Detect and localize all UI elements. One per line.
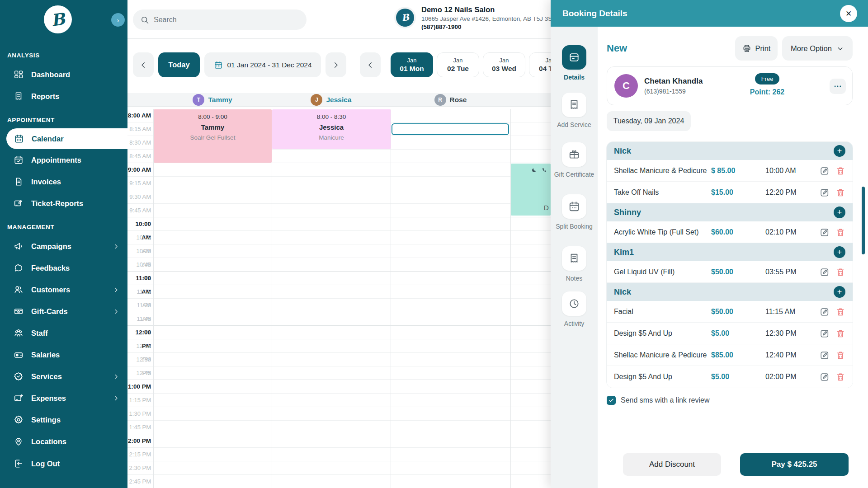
sidebar-item-feedbacks[interactable]: Feedbacks [0, 257, 127, 279]
add-service-to-staff-button[interactable]: + [834, 246, 845, 258]
sidebar-item-appointments[interactable]: Appointments [0, 149, 127, 171]
sidebar-item-gift-cards[interactable]: Gift-Cards [0, 300, 127, 322]
day-tab-jan-01-mon[interactable]: Jan01 Mon [391, 52, 433, 77]
panel-tab-activity[interactable]: Activity [551, 291, 598, 328]
time-slot-row[interactable]: 10:30 AM [127, 244, 551, 258]
time-slot-row[interactable]: 9:30 AM [127, 190, 551, 204]
time-slot-row[interactable]: 11:45 AM [127, 312, 551, 326]
time-slot-row[interactable]: 12:15 PM [127, 339, 551, 353]
edit-service-button[interactable] [820, 166, 830, 176]
sidebar-item-locations[interactable]: Locations [0, 431, 127, 452]
date-range-button[interactable]: 01 Jan 2024 - 31 Dec 2024 [204, 52, 321, 77]
sidebar-item-ticket-reports[interactable]: Ticket-Reports [0, 192, 127, 214]
time-slot-row[interactable]: 2:30 PM [127, 461, 551, 475]
time-slot-row[interactable]: 9:45 AM [127, 204, 551, 217]
sms-review-row[interactable]: Send sms with a link review [607, 396, 853, 405]
calendar-event[interactable]: D [511, 164, 551, 216]
more-option-button[interactable]: More Option [782, 36, 853, 61]
close-panel-button[interactable]: ✕ [840, 5, 857, 22]
selected-time-slot[interactable] [392, 123, 509, 135]
edit-service-button[interactable] [820, 372, 830, 382]
edit-service-button[interactable] [820, 188, 830, 197]
delete-service-button[interactable] [835, 372, 845, 382]
edit-service-button[interactable] [820, 267, 830, 277]
panel-tab-add-service[interactable]: Add Service [551, 93, 598, 129]
sidebar-item-salaries[interactable]: Salaries [0, 344, 127, 366]
customer-more-button[interactable] [830, 79, 846, 94]
time-slot-row[interactable]: 10:45 AM [127, 258, 551, 272]
search-input[interactable] [154, 16, 289, 24]
panel-tab-gift-certificate[interactable]: Gift Certificate [551, 142, 598, 179]
time-slot-row[interactable]: 9:15 AM [127, 177, 551, 190]
sidebar-item-campaigns[interactable]: Campaigns [0, 235, 127, 257]
time-slot-row[interactable]: 10:00 AM [127, 217, 551, 231]
day-tab-jan-02-tue[interactable]: Jan02 Tue [437, 52, 479, 77]
day-tab-jan-03-wed[interactable]: Jan03 Wed [483, 52, 525, 77]
panel-scrollbar[interactable] [862, 187, 865, 254]
service-price: $15.00 [711, 188, 765, 197]
panel-tab-split-booking[interactable]: Split Booking [551, 194, 598, 231]
time-slot-row[interactable]: 11:00 AM [127, 272, 551, 285]
edit-service-button[interactable] [820, 328, 830, 338]
time-slot-row[interactable]: 2:15 PM [127, 448, 551, 461]
next-period-button[interactable] [326, 52, 346, 77]
prev-period-button[interactable] [133, 52, 154, 77]
trash-icon [835, 267, 845, 277]
add-service-to-staff-button[interactable]: + [834, 286, 845, 298]
time-label: 9:45 AM [127, 204, 151, 217]
time-slot-row[interactable]: 12:45 PM [127, 366, 551, 380]
calendar-event[interactable]: 8:00 - 8:30JessicaManicure [272, 109, 391, 149]
sidebar-item-dashboard[interactable]: Dashboard [0, 64, 127, 85]
time-slot-row[interactable]: 12:30 PM [127, 353, 551, 366]
sidebar-item-settings[interactable]: Settings [0, 409, 127, 431]
sidebar-item-reports[interactable]: Reports [0, 85, 127, 107]
staff-column-header-tammy[interactable]: TTammy [153, 93, 272, 107]
pay-button[interactable]: Pay $ 425.25 [740, 453, 849, 476]
sidebar-item-services[interactable]: Services [0, 366, 127, 387]
time-slot-row[interactable]: 1:45 PM [127, 421, 551, 434]
delete-service-button[interactable] [835, 328, 845, 338]
delete-service-button[interactable] [835, 188, 845, 197]
delete-service-button[interactable] [835, 350, 845, 360]
calendar-event[interactable]: 8:00 - 9:00TammySoalr Gel Fullset [154, 109, 272, 163]
staff-column-header-rose[interactable]: RRose [391, 93, 510, 107]
print-button[interactable]: Print [735, 36, 778, 61]
time-slot-row[interactable]: 1:30 PM [127, 407, 551, 421]
delete-service-button[interactable] [835, 166, 845, 176]
add-service-to-staff-button[interactable]: + [834, 145, 845, 157]
staff-column-header-jessica[interactable]: JJessica [272, 93, 391, 107]
prev-day-button[interactable] [360, 52, 381, 77]
today-button[interactable]: Today [158, 52, 200, 77]
sidebar-item-customers[interactable]: Customers [0, 279, 127, 300]
time-slot-row[interactable]: 11:15 AM [127, 285, 551, 299]
delete-service-button[interactable] [835, 227, 845, 237]
panel-tab-details[interactable]: Details [551, 45, 598, 82]
edit-service-button[interactable] [820, 307, 830, 317]
time-slot-row[interactable]: 11:30 AM [127, 299, 551, 312]
time-slot-row[interactable]: 9:00 AM [127, 163, 551, 177]
sidebar-item-invoices[interactable]: Invoices [0, 171, 127, 192]
delete-service-button[interactable] [835, 307, 845, 317]
edit-service-button[interactable] [820, 227, 830, 237]
sidebar-collapse-button[interactable]: › [111, 13, 125, 27]
time-label: 9:00 AM [127, 163, 151, 177]
sidebar-item-log-out[interactable]: Log Out [0, 453, 127, 474]
sidebar-item-expenses[interactable]: Expenses [0, 387, 127, 409]
add-discount-button[interactable]: Add Discount [623, 453, 721, 476]
sms-review-checkbox[interactable] [607, 396, 616, 405]
sidebar-item-calendar[interactable]: Calendar [6, 128, 127, 149]
time-slot-row[interactable]: 1:00 PM [127, 380, 551, 394]
customer-points[interactable]: Point: 262 [746, 88, 788, 96]
time-slot-row[interactable]: 12:00 PM [127, 326, 551, 339]
sidebar-item-staff[interactable]: Staff [0, 322, 127, 344]
service-group-staff-name: Kim1 [614, 248, 634, 257]
add-service-to-staff-button[interactable]: + [834, 206, 845, 218]
panel-tab-notes[interactable]: Notes [551, 246, 598, 283]
edit-service-button[interactable] [820, 350, 830, 360]
time-slot-row[interactable]: 1:15 PM [127, 394, 551, 407]
time-label: 12:45 PM [127, 366, 151, 380]
time-slot-row[interactable]: 10:15 AM [127, 231, 551, 244]
delete-service-button[interactable] [835, 267, 845, 277]
time-slot-row[interactable]: 2:45 PM [127, 475, 551, 488]
time-slot-row[interactable]: 2:00 PM [127, 434, 551, 448]
